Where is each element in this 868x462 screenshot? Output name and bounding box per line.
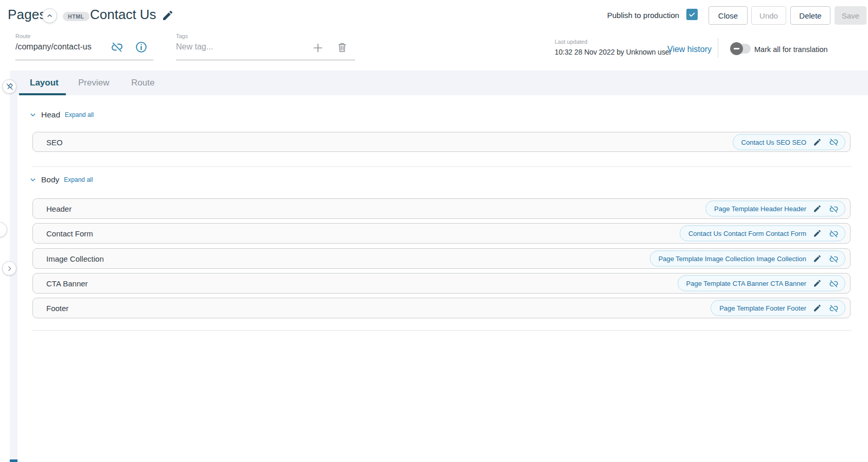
layout-row-contact-form[interactable]: Contact Form Contact Us Contact Form Con… [32,223,851,244]
section-header-body: Body Expand all [29,175,93,184]
unlink-icon [829,229,838,238]
section-title: Head [41,110,60,119]
chevron-up-icon [46,12,54,20]
route-field: Route [15,33,153,60]
row-label: CTA Banner [46,279,88,288]
view-history-link[interactable]: View history [667,45,712,54]
layout-row-header[interactable]: Header Page Template Header Header [32,198,851,219]
tab-route[interactable]: Route [131,71,154,95]
pencil-icon [813,279,822,288]
linked-component-name: Page Template Footer Footer [719,304,806,312]
toggle-knob-minus-icon [730,42,743,55]
section-divider [32,330,852,331]
unlink-icon [111,41,123,54]
unpin-sidebar-button[interactable] [2,79,16,94]
tags-label: Tags [176,33,355,39]
chevron-down-icon[interactable] [29,176,37,183]
tags-field: Tags [176,33,355,60]
pencil-icon [813,138,822,146]
translation-toggle-label: Mark all for translation [754,45,828,54]
row-label: Contact Form [46,229,93,238]
collapse-header-button[interactable] [42,8,57,23]
add-tag-button[interactable] [312,42,324,54]
route-label: Route [15,33,153,39]
tab-bar: Layout Preview Route [10,71,868,95]
edit-component-button[interactable] [813,254,822,263]
check-icon [688,10,696,19]
publish-to-production-label: Publish to production [607,11,679,20]
linked-component-name: Page Template CTA Banner CTA Banner [686,280,806,287]
section-header-head: Head Expand all [29,110,94,119]
unlink-component-button[interactable] [829,279,838,288]
linked-component-name: Contact Us SEO SEO [741,138,806,146]
section-title: Body [41,175,59,184]
route-unlink-button[interactable] [111,41,123,54]
row-label: Footer [46,304,68,313]
row-label: SEO [46,138,63,146]
delete-tags-button[interactable] [336,41,348,54]
unlink-icon [829,204,838,214]
edit-component-button[interactable] [813,303,822,313]
sidebar-expand-button[interactable] [2,261,16,276]
layout-row-seo[interactable]: SEO Contact Us SEO SEO [32,132,851,152]
edit-component-button[interactable] [813,204,822,213]
edit-title-button[interactable] [162,9,175,22]
save-button[interactable]: Save [835,6,866,25]
pencil-icon [813,229,822,238]
close-button[interactable]: Close [708,6,748,25]
unlink-icon [829,138,838,147]
new-tag-input[interactable] [176,42,279,52]
unlink-component-button[interactable] [829,229,838,238]
layout-row-cta-banner[interactable]: CTA Banner Page Template CTA Banner CTA … [32,273,851,294]
unlink-component-button[interactable] [829,204,838,213]
unlink-component-button[interactable] [829,303,838,313]
unlink-icon [829,303,838,313]
unlink-icon [829,254,838,264]
row-label: Image Collection [46,254,104,263]
expand-all-link[interactable]: Expand all [65,111,94,118]
pencil-icon [813,204,822,213]
tab-preview[interactable]: Preview [78,71,109,95]
chevron-right-icon [6,265,13,272]
route-info-button[interactable] [135,41,148,54]
linked-component-chip[interactable]: Contact Us SEO SEO [733,134,845,150]
vertical-divider [718,38,718,58]
delete-button[interactable]: Delete [790,6,830,25]
info-icon [135,41,148,54]
plus-icon [312,42,324,54]
unlink-component-button[interactable] [829,254,838,263]
last-updated-label: Last updated [555,39,671,45]
linked-component-chip[interactable]: Page Template Footer Footer [711,300,845,316]
linked-component-chip[interactable]: Contact Us Contact Form Contact Form [680,226,845,242]
pencil-icon [813,304,822,313]
tab-layout[interactable]: Layout [30,71,59,95]
unlink-icon [829,279,838,288]
edit-component-button[interactable] [813,229,822,238]
chevron-down-icon[interactable] [29,111,37,118]
undo-button[interactable]: Undo [751,6,786,25]
layout-row-image-collection[interactable]: Image Collection Page Template Image Col… [32,248,851,269]
page-title: Contact Us [90,7,156,23]
publish-checkbox[interactable] [686,9,698,20]
linked-component-chip[interactable]: Page Template CTA Banner CTA Banner [678,276,845,292]
translation-toggle[interactable] [731,44,751,54]
pencil-icon [162,9,175,22]
layout-row-footer[interactable]: Footer Page Template Footer Footer [32,298,851,318]
linked-component-name: Page Template Header Header [714,205,806,213]
sidebar-bottom-accent [10,459,17,462]
linked-component-name: Contact Us Contact Form Contact Form [688,230,806,237]
linked-component-chip[interactable]: Page Template Image Collection Image Col… [650,251,845,267]
collapsed-panel-handle[interactable] [0,222,7,237]
page-editor: Pages HTML Contact Us Publish to product… [0,0,868,462]
row-label: Header [46,204,72,213]
pencil-icon [813,254,822,263]
linked-component-name: Page Template Image Collection Image Col… [659,255,806,263]
linked-component-chip[interactable]: Page Template Header Header [705,201,845,217]
unlink-component-button[interactable] [829,138,838,147]
edit-component-button[interactable] [813,138,822,147]
route-input[interactable] [15,42,118,52]
section-divider [32,166,852,167]
pin-off-icon [5,82,14,91]
edit-component-button[interactable] [813,279,822,288]
expand-all-link[interactable]: Expand all [64,176,93,183]
